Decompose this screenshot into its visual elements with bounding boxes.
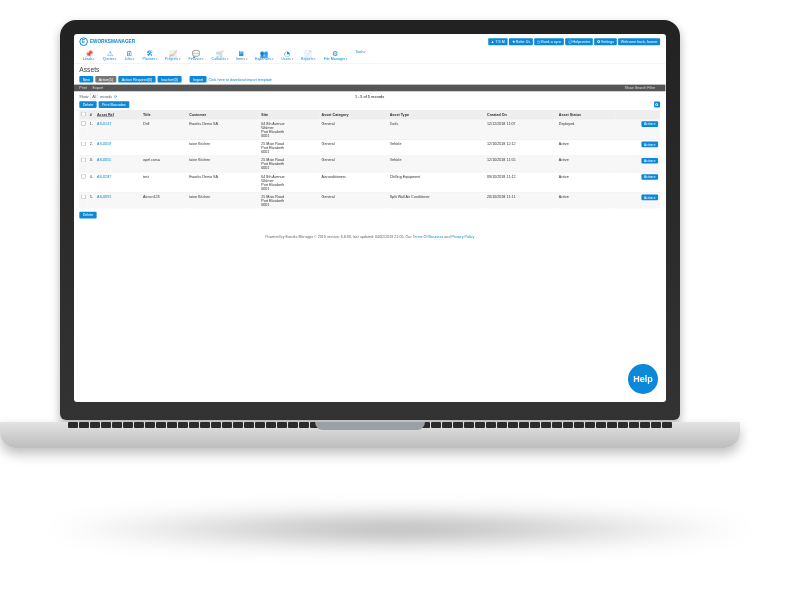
row-site: 25 Main Road Port Elizabeth 6001 <box>259 139 319 155</box>
brand-logo[interactable]: E EWORKSMANAGER <box>79 37 135 46</box>
bulk-delete-button-bottom[interactable]: Delete <box>79 212 96 219</box>
row-select-checkbox[interactable] <box>81 158 85 162</box>
nav-leads[interactable]: 📌Leads <box>79 49 98 61</box>
asset-ref-link[interactable]: AS-0091 <box>97 195 111 199</box>
nav-users[interactable]: ◔Users <box>278 49 296 61</box>
col-category[interactable]: Asset Category <box>320 110 388 119</box>
nav-leads-label: Leads <box>83 57 95 61</box>
nav-planner[interactable]: 🛠Planner <box>139 49 160 61</box>
nav-items-label: Items <box>236 57 247 61</box>
nav-filemanager[interactable]: ⚙File Manager <box>320 49 350 61</box>
action-required-filter-button[interactable]: Action Required(0) <box>118 76 155 83</box>
nav-quotes[interactable]: ⚠Quotes <box>99 49 120 61</box>
page-title: Assets <box>74 64 665 76</box>
nav-expenses[interactable]: 👥Expenses <box>252 49 277 61</box>
asset-ref-link[interactable]: AS-0059 <box>97 142 111 146</box>
terms-link[interactable]: Terms Of Business <box>413 235 444 239</box>
row-select-checkbox[interactable] <box>81 121 85 125</box>
refer-badge[interactable]: ★Refer Us <box>509 38 533 45</box>
table-settings-icon[interactable]: ✿ <box>654 102 660 108</box>
help-badge[interactable]: ⓘHelpcentre <box>565 38 593 45</box>
row-type: Vehicle <box>388 156 485 172</box>
bulk-action-row: Delete Print Barcodes ✿ <box>74 101 665 110</box>
nav-users-label: Users <box>281 57 293 61</box>
row-site: 25 Main Road Port Elizabeth 6001 <box>259 192 319 208</box>
nav-projects[interactable]: 📈Projects <box>162 49 184 61</box>
col-title[interactable]: Title <box>141 110 187 119</box>
col-select-all[interactable] <box>79 110 87 119</box>
nav-planner-icon: 🛠 <box>146 50 153 57</box>
row-select-checkbox[interactable] <box>81 174 85 178</box>
nav-quotes-label: Quotes <box>103 57 117 61</box>
settings-badge-label: Settings <box>601 40 614 44</box>
download-template-link[interactable]: Click here to download import template <box>208 77 271 81</box>
nav-expenses-icon: 👥 <box>260 50 268 57</box>
row-category: General <box>320 119 388 139</box>
nav-finance-icon: 💬 <box>192 50 200 57</box>
col-customer[interactable]: Customer <box>187 110 259 119</box>
active-filter-button[interactable]: Active(5) <box>95 76 116 83</box>
col-created[interactable]: Created On <box>485 110 557 119</box>
settings-badge[interactable]: ✿Settings <box>594 38 617 45</box>
row-action-button[interactable]: Action <box>641 158 658 164</box>
row-site: 64 8th Avenue Walmer Port Elizabeth 6001 <box>259 119 319 139</box>
col-site[interactable]: Site <box>259 110 319 119</box>
refresh-icon[interactable]: ⟳ <box>114 94 117 98</box>
tsm-badge[interactable]: ▲T.S.M <box>488 38 507 45</box>
row-title: Drill <box>141 119 187 139</box>
table-row: 3.AS-0055opel corsataine Kitchen25 Main … <box>79 156 660 172</box>
col-status[interactable]: Asset Status <box>557 110 615 119</box>
new-button[interactable]: New <box>79 76 93 83</box>
nav-planner-label: Planner <box>142 57 157 61</box>
row-num: 5. <box>88 192 95 208</box>
laptop-base <box>0 422 740 448</box>
privacy-link[interactable]: Privacy Policy <box>451 235 474 239</box>
bulk-delete-button[interactable]: Delete <box>79 101 96 108</box>
print-tab[interactable]: Print <box>79 86 87 90</box>
row-select-checkbox[interactable] <box>81 195 85 199</box>
help-bubble[interactable]: Help <box>628 364 658 394</box>
brand-name: EWORKSMANAGER <box>90 39 135 44</box>
nav-tools[interactable]: Tools <box>352 49 369 61</box>
row-action-button[interactable]: Action <box>641 174 658 180</box>
row-action-button[interactable]: Action <box>641 142 658 148</box>
row-num: 2. <box>88 139 95 155</box>
row-site: 25 Main Road Port Elizabeth 6001 <box>259 156 319 172</box>
settings-badge-icon: ✿ <box>597 39 600 43</box>
asset-ref-link[interactable]: AS-0147 <box>97 121 111 125</box>
nav-projects-icon: 📈 <box>169 50 177 57</box>
nav-contacts[interactable]: 🛒Contacts <box>208 49 231 61</box>
col-num: # <box>88 110 95 119</box>
nav-items[interactable]: 🖩Items <box>233 49 251 61</box>
nav-reports[interactable]: 📄Reports <box>298 49 320 61</box>
booking-badge-icon: ◷ <box>537 39 540 43</box>
nav-finance[interactable]: 💬Finance <box>185 49 207 61</box>
row-status: Active <box>557 172 615 192</box>
booking-badge[interactable]: ◷Book a sync <box>534 38 564 45</box>
print-barcodes-button[interactable]: Print Barcodes <box>99 101 130 108</box>
record-range: 1 - 5 of 5 records <box>355 94 384 98</box>
row-action-button[interactable]: Action <box>641 121 658 127</box>
page-toolbar: New Active(5) Action Required(0) Inactiv… <box>74 76 665 85</box>
help-badge-label: Helpcentre <box>573 40 591 44</box>
select-all-checkbox[interactable] <box>81 112 85 116</box>
col-type[interactable]: Asset Type <box>388 110 485 119</box>
row-num: 3. <box>88 156 95 172</box>
page-size-select[interactable]: All <box>90 93 97 99</box>
row-select-checkbox[interactable] <box>81 142 85 146</box>
col-asset-ref[interactable]: Asset Ref <box>95 110 141 119</box>
asset-ref-link[interactable]: AS-0055 <box>97 158 111 162</box>
asset-ref-link[interactable]: AS-0287 <box>97 174 111 178</box>
welcome-badge[interactable]: Welcome back, farmer <box>618 38 660 45</box>
export-tab[interactable]: Export <box>93 86 104 90</box>
row-status: Active <box>557 139 615 155</box>
row-action-button[interactable]: Action <box>641 195 658 201</box>
row-category: Airconditioners <box>320 172 388 192</box>
inactive-filter-button[interactable]: Inactive(0) <box>158 76 182 83</box>
nav-contacts-label: Contacts <box>212 57 229 61</box>
row-customer: Eworks Demo SA <box>187 119 259 139</box>
show-search-filter[interactable]: Show Search Filter <box>624 86 655 90</box>
nav-jobs[interactable]: 🗓Jobs <box>121 49 137 61</box>
brand-logo-icon: E <box>79 37 88 46</box>
import-button[interactable]: Import <box>189 76 206 83</box>
